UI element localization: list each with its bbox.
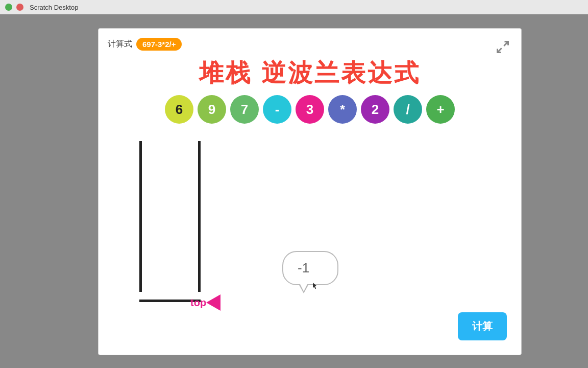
speech-bubble: -1 [282, 251, 338, 285]
fullscreen-icon[interactable] [496, 40, 510, 54]
token-2[interactable]: 2 [361, 95, 389, 124]
calculate-button[interactable]: 计算 [458, 312, 507, 340]
token-7[interactable]: 7 [230, 95, 259, 124]
main-title: 堆栈 逆波兰表达式 [99, 57, 521, 89]
stack-container [139, 141, 201, 310]
formula-box: 计算式 697-3*2/+ [108, 38, 182, 51]
formula-value: 697-3*2/+ [136, 38, 182, 51]
traffic-green-icon[interactable] [5, 4, 12, 11]
token-multiply[interactable]: * [328, 95, 357, 124]
formula-label: 计算式 [108, 39, 132, 50]
app-title: Scratch Desktop [30, 4, 78, 11]
top-label: top [190, 297, 206, 309]
bubble-value: -1 [298, 260, 309, 275]
token-plus[interactable]: + [426, 95, 455, 124]
token-3[interactable]: 3 [296, 95, 324, 124]
stack-right-wall [198, 141, 201, 292]
token-minus[interactable]: - [263, 95, 291, 124]
traffic-red-icon[interactable] [16, 4, 23, 11]
top-arrow: top [190, 294, 222, 311]
left-arrow-icon [206, 294, 220, 311]
title-bar: Scratch Desktop [0, 0, 588, 14]
token-divide[interactable]: / [394, 95, 422, 124]
tokens-row: 6 9 7 - 3 * 2 / + [99, 95, 521, 124]
token-9[interactable]: 9 [198, 95, 226, 124]
token-6[interactable]: 6 [165, 95, 193, 124]
stack-left-wall [139, 141, 142, 292]
app-window: 计算式 697-3*2/+ 堆栈 逆波兰表达式 6 9 7 - 3 * 2 / … [98, 28, 522, 355]
